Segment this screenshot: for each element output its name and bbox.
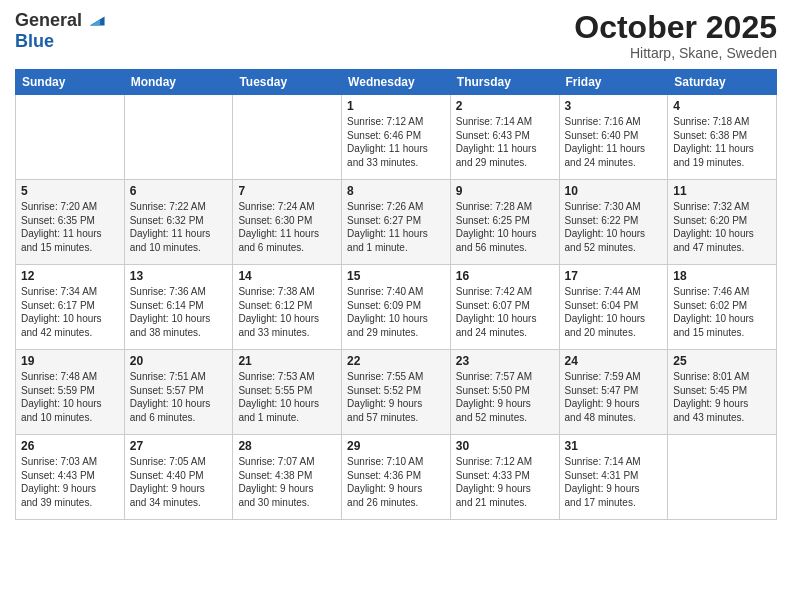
day-number: 9 xyxy=(456,184,554,198)
day-info: Sunrise: 7:55 AM Sunset: 5:52 PM Dayligh… xyxy=(347,370,445,424)
day-number: 30 xyxy=(456,439,554,453)
day-info: Sunrise: 7:12 AM Sunset: 6:46 PM Dayligh… xyxy=(347,115,445,169)
calendar-cell xyxy=(668,435,777,520)
week-row-1: 5Sunrise: 7:20 AM Sunset: 6:35 PM Daylig… xyxy=(16,180,777,265)
day-info: Sunrise: 7:53 AM Sunset: 5:55 PM Dayligh… xyxy=(238,370,336,424)
day-number: 23 xyxy=(456,354,554,368)
title-block: October 2025 Hittarp, Skane, Sweden xyxy=(574,10,777,61)
day-number: 10 xyxy=(565,184,663,198)
calendar-cell: 14Sunrise: 7:38 AM Sunset: 6:12 PM Dayli… xyxy=(233,265,342,350)
day-number: 8 xyxy=(347,184,445,198)
calendar-cell xyxy=(16,95,125,180)
day-info: Sunrise: 7:16 AM Sunset: 6:40 PM Dayligh… xyxy=(565,115,663,169)
weekday-header-tuesday: Tuesday xyxy=(233,70,342,95)
weekday-header-wednesday: Wednesday xyxy=(342,70,451,95)
calendar-cell: 29Sunrise: 7:10 AM Sunset: 4:36 PM Dayli… xyxy=(342,435,451,520)
day-info: Sunrise: 7:14 AM Sunset: 4:31 PM Dayligh… xyxy=(565,455,663,509)
day-number: 19 xyxy=(21,354,119,368)
day-number: 4 xyxy=(673,99,771,113)
day-number: 13 xyxy=(130,269,228,283)
day-number: 1 xyxy=(347,99,445,113)
day-number: 15 xyxy=(347,269,445,283)
calendar-cell: 6Sunrise: 7:22 AM Sunset: 6:32 PM Daylig… xyxy=(124,180,233,265)
calendar-cell: 27Sunrise: 7:05 AM Sunset: 4:40 PM Dayli… xyxy=(124,435,233,520)
day-number: 29 xyxy=(347,439,445,453)
calendar-cell: 25Sunrise: 8:01 AM Sunset: 5:45 PM Dayli… xyxy=(668,350,777,435)
calendar-cell: 17Sunrise: 7:44 AM Sunset: 6:04 PM Dayli… xyxy=(559,265,668,350)
calendar-cell: 16Sunrise: 7:42 AM Sunset: 6:07 PM Dayli… xyxy=(450,265,559,350)
weekday-header-sunday: Sunday xyxy=(16,70,125,95)
day-info: Sunrise: 7:12 AM Sunset: 4:33 PM Dayligh… xyxy=(456,455,554,509)
calendar-cell: 24Sunrise: 7:59 AM Sunset: 5:47 PM Dayli… xyxy=(559,350,668,435)
day-number: 17 xyxy=(565,269,663,283)
day-number: 12 xyxy=(21,269,119,283)
day-info: Sunrise: 7:05 AM Sunset: 4:40 PM Dayligh… xyxy=(130,455,228,509)
calendar-cell: 13Sunrise: 7:36 AM Sunset: 6:14 PM Dayli… xyxy=(124,265,233,350)
day-number: 28 xyxy=(238,439,336,453)
logo-blue-text: Blue xyxy=(15,32,106,52)
day-info: Sunrise: 7:28 AM Sunset: 6:25 PM Dayligh… xyxy=(456,200,554,254)
calendar-cell: 15Sunrise: 7:40 AM Sunset: 6:09 PM Dayli… xyxy=(342,265,451,350)
week-row-0: 1Sunrise: 7:12 AM Sunset: 6:46 PM Daylig… xyxy=(16,95,777,180)
calendar-cell: 5Sunrise: 7:20 AM Sunset: 6:35 PM Daylig… xyxy=(16,180,125,265)
weekday-header-thursday: Thursday xyxy=(450,70,559,95)
weekday-header-saturday: Saturday xyxy=(668,70,777,95)
logo: General Blue xyxy=(15,10,106,52)
day-info: Sunrise: 7:48 AM Sunset: 5:59 PM Dayligh… xyxy=(21,370,119,424)
day-info: Sunrise: 7:51 AM Sunset: 5:57 PM Dayligh… xyxy=(130,370,228,424)
day-number: 27 xyxy=(130,439,228,453)
day-info: Sunrise: 7:18 AM Sunset: 6:38 PM Dayligh… xyxy=(673,115,771,169)
day-number: 16 xyxy=(456,269,554,283)
calendar-cell: 12Sunrise: 7:34 AM Sunset: 6:17 PM Dayli… xyxy=(16,265,125,350)
calendar-cell: 7Sunrise: 7:24 AM Sunset: 6:30 PM Daylig… xyxy=(233,180,342,265)
header: General Blue October 2025 Hittarp, Skane… xyxy=(15,10,777,61)
day-info: Sunrise: 7:07 AM Sunset: 4:38 PM Dayligh… xyxy=(238,455,336,509)
day-info: Sunrise: 7:59 AM Sunset: 5:47 PM Dayligh… xyxy=(565,370,663,424)
calendar-cell: 31Sunrise: 7:14 AM Sunset: 4:31 PM Dayli… xyxy=(559,435,668,520)
day-number: 20 xyxy=(130,354,228,368)
calendar-cell: 18Sunrise: 7:46 AM Sunset: 6:02 PM Dayli… xyxy=(668,265,777,350)
day-number: 5 xyxy=(21,184,119,198)
day-info: Sunrise: 7:57 AM Sunset: 5:50 PM Dayligh… xyxy=(456,370,554,424)
calendar-cell xyxy=(124,95,233,180)
calendar-cell xyxy=(233,95,342,180)
calendar-cell: 10Sunrise: 7:30 AM Sunset: 6:22 PM Dayli… xyxy=(559,180,668,265)
day-info: Sunrise: 7:30 AM Sunset: 6:22 PM Dayligh… xyxy=(565,200,663,254)
calendar-cell: 9Sunrise: 7:28 AM Sunset: 6:25 PM Daylig… xyxy=(450,180,559,265)
day-info: Sunrise: 7:40 AM Sunset: 6:09 PM Dayligh… xyxy=(347,285,445,339)
day-number: 6 xyxy=(130,184,228,198)
day-number: 22 xyxy=(347,354,445,368)
day-number: 21 xyxy=(238,354,336,368)
day-info: Sunrise: 7:38 AM Sunset: 6:12 PM Dayligh… xyxy=(238,285,336,339)
day-info: Sunrise: 7:42 AM Sunset: 6:07 PM Dayligh… xyxy=(456,285,554,339)
day-info: Sunrise: 7:14 AM Sunset: 6:43 PM Dayligh… xyxy=(456,115,554,169)
day-number: 2 xyxy=(456,99,554,113)
day-info: Sunrise: 7:10 AM Sunset: 4:36 PM Dayligh… xyxy=(347,455,445,509)
calendar-cell: 30Sunrise: 7:12 AM Sunset: 4:33 PM Dayli… xyxy=(450,435,559,520)
calendar-cell: 19Sunrise: 7:48 AM Sunset: 5:59 PM Dayli… xyxy=(16,350,125,435)
calendar-cell: 26Sunrise: 7:03 AM Sunset: 4:43 PM Dayli… xyxy=(16,435,125,520)
month-title: October 2025 xyxy=(574,10,777,45)
day-info: Sunrise: 7:46 AM Sunset: 6:02 PM Dayligh… xyxy=(673,285,771,339)
week-row-3: 19Sunrise: 7:48 AM Sunset: 5:59 PM Dayli… xyxy=(16,350,777,435)
calendar-cell: 28Sunrise: 7:07 AM Sunset: 4:38 PM Dayli… xyxy=(233,435,342,520)
calendar-cell: 4Sunrise: 7:18 AM Sunset: 6:38 PM Daylig… xyxy=(668,95,777,180)
day-info: Sunrise: 7:26 AM Sunset: 6:27 PM Dayligh… xyxy=(347,200,445,254)
weekday-header-monday: Monday xyxy=(124,70,233,95)
calendar: SundayMondayTuesdayWednesdayThursdayFrid… xyxy=(15,69,777,520)
day-number: 14 xyxy=(238,269,336,283)
calendar-cell: 3Sunrise: 7:16 AM Sunset: 6:40 PM Daylig… xyxy=(559,95,668,180)
day-number: 7 xyxy=(238,184,336,198)
day-number: 11 xyxy=(673,184,771,198)
day-info: Sunrise: 7:24 AM Sunset: 6:30 PM Dayligh… xyxy=(238,200,336,254)
calendar-cell: 11Sunrise: 7:32 AM Sunset: 6:20 PM Dayli… xyxy=(668,180,777,265)
calendar-cell: 22Sunrise: 7:55 AM Sunset: 5:52 PM Dayli… xyxy=(342,350,451,435)
week-row-4: 26Sunrise: 7:03 AM Sunset: 4:43 PM Dayli… xyxy=(16,435,777,520)
day-info: Sunrise: 7:34 AM Sunset: 6:17 PM Dayligh… xyxy=(21,285,119,339)
day-number: 26 xyxy=(21,439,119,453)
calendar-cell: 23Sunrise: 7:57 AM Sunset: 5:50 PM Dayli… xyxy=(450,350,559,435)
page: General Blue October 2025 Hittarp, Skane… xyxy=(0,0,792,612)
calendar-cell: 21Sunrise: 7:53 AM Sunset: 5:55 PM Dayli… xyxy=(233,350,342,435)
day-info: Sunrise: 7:32 AM Sunset: 6:20 PM Dayligh… xyxy=(673,200,771,254)
day-number: 31 xyxy=(565,439,663,453)
